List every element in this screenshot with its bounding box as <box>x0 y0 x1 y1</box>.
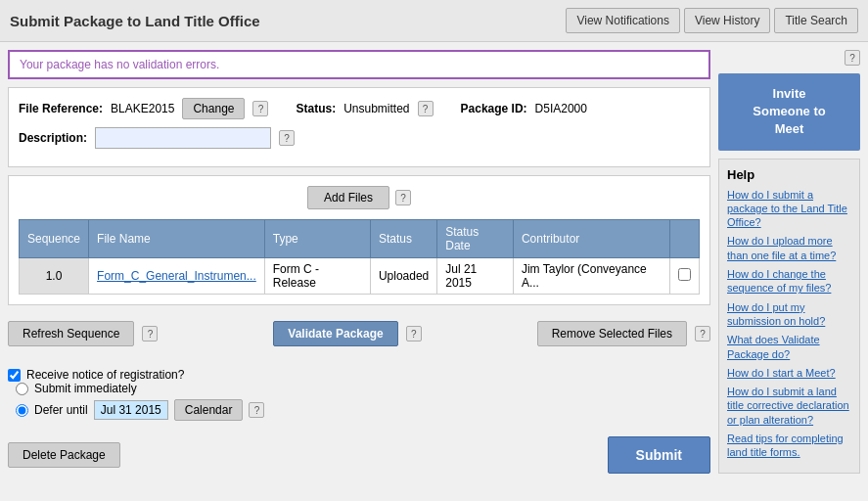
receive-notice-label: Receive notice of registration? <box>26 368 184 382</box>
status-cell: Uploaded <box>370 258 436 295</box>
add-files-button[interactable]: Add Files <box>307 186 389 209</box>
file-reference-help-icon[interactable]: ? <box>252 101 268 116</box>
top-bar-buttons: View Notifications View History Title Se… <box>566 8 858 33</box>
description-label: Description: <box>19 131 87 145</box>
main-panel: Your package has no validation errors. F… <box>8 50 710 474</box>
defer-until-radio[interactable] <box>16 404 28 417</box>
title-search-button[interactable]: Title Search <box>774 8 858 33</box>
help-link[interactable]: How do I start a Meet? <box>727 366 851 380</box>
right-panel-help-icon[interactable]: ? <box>845 50 860 66</box>
remove-help-icon[interactable]: ? <box>695 326 710 342</box>
actions-row: Refresh Sequence ? Validate Package ? Re… <box>8 321 710 346</box>
bottom-row: Delete Package Submit <box>8 436 710 474</box>
calendar-button[interactable]: Calendar <box>174 399 244 421</box>
top-bar: Submit Package to Land Title Office View… <box>0 0 868 42</box>
receive-notice-checkbox[interactable] <box>8 369 21 382</box>
radio-group: Submit immediately Defer until Jul 31 20… <box>16 382 710 421</box>
file-reference-row: File Reference: BLAKE2015 Change ? Statu… <box>19 98 700 119</box>
file-reference-label: File Reference: <box>19 102 103 115</box>
contributor-cell: Jim Taylor (Conveyance A... <box>513 258 669 295</box>
defer-until-label: Defer until <box>34 403 88 417</box>
right-panel: ? InviteSomeone toMeet Help How do I sub… <box>718 50 860 474</box>
change-button[interactable]: Change <box>182 98 245 119</box>
help-link[interactable]: How do I submit a package to the Land Ti… <box>727 188 851 230</box>
files-section: Add Files ? Sequence File Name Type Stat… <box>8 175 710 305</box>
defer-until-option: Defer until Jul 31 2015 Calendar ? <box>16 399 710 421</box>
col-status: Status <box>370 220 436 258</box>
file-reference-value: BLAKE2015 <box>111 102 174 115</box>
help-link[interactable]: How do I put my submission on hold? <box>727 300 851 329</box>
file-link[interactable]: Form_C_General_Instrumen... <box>97 269 256 283</box>
invite-box[interactable]: InviteSomeone toMeet <box>718 73 860 151</box>
validation-banner: Your package has no validation errors. <box>8 50 710 79</box>
help-link[interactable]: Read tips for completing land title form… <box>727 432 851 460</box>
files-table: Sequence File Name Type Status Status Da… <box>19 219 700 295</box>
invite-title: InviteSomeone toMeet <box>753 86 825 136</box>
table-row: 1.0 Form_C_General_Instrumen... Form C -… <box>20 258 700 295</box>
info-panel: File Reference: BLAKE2015 Change ? Statu… <box>8 87 710 167</box>
defer-help-icon[interactable]: ? <box>249 402 264 418</box>
receive-notice-row: Receive notice of registration? <box>8 368 710 382</box>
help-title: Help <box>727 167 851 182</box>
col-contributor: Contributor <box>513 220 669 258</box>
type-cell: Form C - Release <box>264 258 370 295</box>
help-link[interactable]: How do I change the sequence of my files… <box>727 267 851 296</box>
content-area: Your package has no validation errors. F… <box>0 42 868 481</box>
validation-message: Your package has no validation errors. <box>20 58 219 71</box>
add-files-help-icon[interactable]: ? <box>395 190 411 205</box>
help-panel: Help How do I submit a package to the La… <box>718 159 860 474</box>
col-status-date: Status Date <box>437 220 514 258</box>
view-history-button[interactable]: View History <box>684 8 770 33</box>
refresh-help-icon[interactable]: ? <box>142 326 158 342</box>
description-input[interactable] <box>95 127 271 149</box>
help-link[interactable]: How do I submit a land title corrective … <box>727 385 851 427</box>
status-value: Unsubmitted <box>343 102 409 115</box>
validate-package-button[interactable]: Validate Package <box>273 321 397 346</box>
col-filename: File Name <box>89 220 265 258</box>
add-files-row: Add Files ? <box>19 186 700 209</box>
col-sequence: Sequence <box>20 220 89 258</box>
defer-date-value: Jul 31 2015 <box>94 400 168 420</box>
status-label: Status: <box>296 102 336 115</box>
page-title: Submit Package to Land Title Office <box>10 13 260 29</box>
seq-cell: 1.0 <box>20 258 89 295</box>
submit-immediately-label: Submit immediately <box>34 382 137 395</box>
validate-help-icon[interactable]: ? <box>406 326 422 342</box>
help-link[interactable]: How do I upload more than one file at a … <box>727 234 851 262</box>
refresh-sequence-button[interactable]: Refresh Sequence <box>8 321 134 346</box>
col-type: Type <box>264 220 370 258</box>
registration-section: Receive notice of registration? Submit i… <box>8 360 710 421</box>
filename-cell: Form_C_General_Instrumen... <box>89 258 265 295</box>
package-id-value: D5IA2000 <box>535 102 587 115</box>
view-notifications-button[interactable]: View Notifications <box>566 8 680 33</box>
row-checkbox-cell <box>670 258 700 295</box>
row-checkbox[interactable] <box>678 268 691 281</box>
col-checkbox <box>670 220 700 258</box>
status-help-icon[interactable]: ? <box>418 101 434 116</box>
remove-selected-button[interactable]: Remove Selected Files <box>537 321 687 346</box>
submit-button[interactable]: Submit <box>608 436 710 474</box>
status-date-cell: Jul 21 2015 <box>437 258 514 295</box>
description-row: Description: ? <box>19 127 700 149</box>
submit-immediately-option: Submit immediately <box>16 382 710 395</box>
submit-immediately-radio[interactable] <box>16 383 28 395</box>
package-id-label: Package ID: <box>461 102 527 115</box>
description-help-icon[interactable]: ? <box>279 130 295 146</box>
delete-package-button[interactable]: Delete Package <box>8 442 120 468</box>
help-link[interactable]: What does Validate Package do? <box>727 333 851 361</box>
